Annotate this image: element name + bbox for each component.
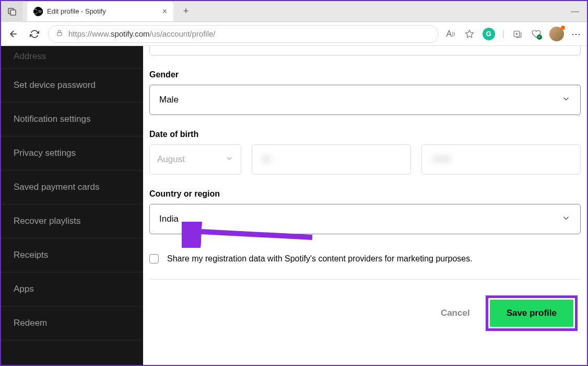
profile-form: Gender Male Date of birth August 3 (143, 46, 587, 365)
address-bar-actions: A)) G | ✓ ⋯ (445, 27, 582, 41)
gender-label: Gender (149, 70, 581, 79)
new-tab-button[interactable]: + (178, 3, 194, 20)
account-sidebar: Address Set device password Notification… (1, 46, 143, 365)
country-select[interactable]: India (149, 204, 581, 234)
page-content: Address Set device password Notification… (1, 46, 587, 365)
sidebar-item-saved-payment-cards[interactable]: Saved payment cards (1, 170, 143, 204)
collections-button[interactable] (512, 28, 523, 40)
chevron-down-icon (561, 213, 571, 225)
refresh-icon (30, 29, 39, 39)
sidebar-item-label: Set device password (14, 80, 96, 90)
svg-rect-1 (10, 10, 16, 15)
tab-actions-button[interactable] (1, 1, 23, 22)
sidebar-item-privacy-settings[interactable]: Privacy settings (1, 136, 143, 170)
grammarly-extension-icon[interactable]: G (483, 28, 495, 40)
sidebar-item-label: Saved payment cards (14, 182, 99, 192)
more-options-button[interactable]: ⋯ (571, 28, 582, 40)
sidebar-item-recover-playlists[interactable]: Recover playlists (1, 204, 143, 238)
read-aloud-button[interactable]: A)) (445, 28, 456, 40)
save-profile-button[interactable]: Save profile (490, 300, 573, 327)
performance-button[interactable]: ✓ (531, 28, 542, 40)
star-icon (465, 29, 474, 39)
sidebar-item-label: Address (14, 51, 46, 61)
share-data-label: Share my registration data with Spotify'… (167, 254, 473, 264)
dob-month-value: August (157, 154, 185, 165)
sidebar-item-apps[interactable]: Apps (1, 272, 143, 306)
sidebar-item-receipts[interactable]: Receipts (1, 238, 143, 272)
save-button-highlight: Save profile (486, 295, 578, 331)
address-bar[interactable]: https://www.spotify.com/us/account/profi… (48, 25, 439, 43)
country-value: India (159, 214, 179, 224)
sidebar-item-label: Recover playlists (14, 216, 81, 226)
form-buttons: Cancel Save profile (149, 295, 581, 331)
sidebar-item-label: Notification settings (14, 114, 90, 124)
chevron-down-icon (225, 154, 233, 165)
dob-day-value: 30 (262, 154, 272, 165)
svg-rect-3 (57, 32, 62, 36)
sidebar-item-label: Receipts (14, 250, 48, 260)
share-data-checkbox[interactable] (149, 254, 159, 264)
sidebar-item-set-device-password[interactable]: Set device password (1, 68, 143, 102)
sidebar-item-notification-settings[interactable]: Notification settings (1, 102, 143, 136)
cancel-button[interactable]: Cancel (441, 308, 470, 318)
dob-day-input[interactable]: 30 (252, 144, 411, 175)
sidebar-item-label: Privacy settings (14, 148, 76, 158)
address-bar-row: https://www.spotify.com/us/account/profi… (1, 22, 587, 46)
profile-avatar[interactable] (549, 27, 564, 41)
sidebar-item-redeem[interactable]: Redeem (1, 306, 143, 340)
tab-title: Edit profile - Spotify (47, 7, 158, 15)
sidebar-item-label: Apps (14, 284, 34, 294)
window-controls: — (571, 7, 587, 16)
dob-row: August 30 1995 (149, 144, 581, 175)
dob-year-input[interactable]: 1995 (421, 144, 581, 175)
dob-year-value: 1995 (431, 154, 451, 165)
svg-marker-4 (465, 30, 473, 37)
dob-label: Date of birth (149, 130, 581, 139)
sidebar-item-address[interactable]: Address (1, 46, 143, 68)
active-tab[interactable]: Edit profile - Spotify × (27, 2, 173, 21)
divider (149, 279, 581, 280)
collections-icon (513, 29, 522, 39)
back-button[interactable] (6, 27, 21, 41)
partial-input-above[interactable] (149, 46, 581, 55)
gender-group: Gender Male (149, 70, 581, 115)
tab-actions-icon (8, 7, 16, 16)
close-tab-button[interactable]: × (162, 7, 167, 16)
gender-select[interactable]: Male (149, 85, 581, 115)
sidebar-item-label: Redeem (14, 318, 47, 328)
chevron-down-icon (561, 94, 571, 106)
favorite-button[interactable] (464, 28, 475, 40)
dob-month-select[interactable]: August (149, 144, 241, 175)
country-label: Country or region (149, 189, 581, 199)
arrow-left-icon (8, 29, 19, 39)
share-data-row: Share my registration data with Spotify'… (149, 249, 581, 269)
browser-tab-bar: Edit profile - Spotify × + — (1, 1, 587, 22)
minimize-button[interactable]: — (571, 7, 579, 16)
url-display: https://www.spotify.com/us/account/profi… (68, 29, 216, 38)
gender-value: Male (159, 95, 179, 105)
refresh-button[interactable] (27, 27, 42, 41)
dob-group: Date of birth August 30 1995 (149, 130, 581, 175)
country-group: Country or region India (149, 189, 581, 234)
lock-icon (56, 29, 63, 38)
spotify-favicon-icon (33, 7, 43, 16)
